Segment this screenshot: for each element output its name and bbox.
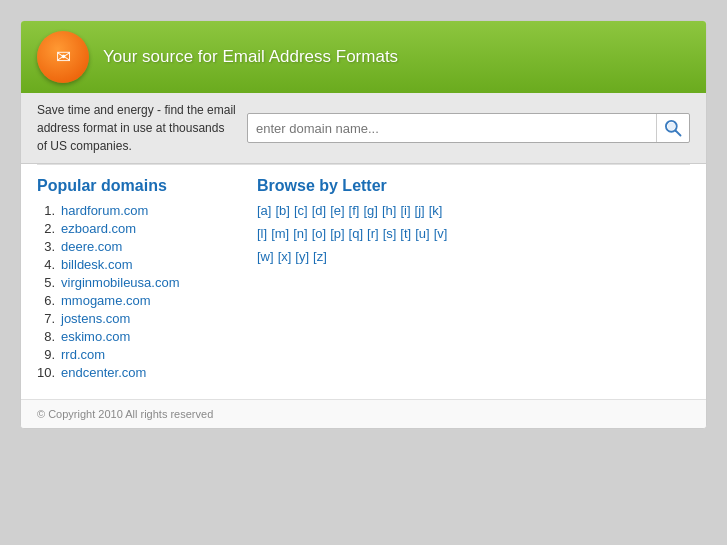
domain-link[interactable]: hardforum.com xyxy=(61,203,148,218)
domain-link[interactable]: endcenter.com xyxy=(61,365,146,380)
page-wrapper: ✉ Your source for Email Address Formats … xyxy=(20,20,707,429)
list-item: 9.rrd.com xyxy=(37,347,237,362)
letter-link[interactable]: [e] xyxy=(330,203,344,218)
search-button[interactable] xyxy=(656,114,689,142)
letter-link[interactable]: [i] xyxy=(400,203,410,218)
domain-link[interactable]: jostens.com xyxy=(61,311,130,326)
list-item: 6.mmogame.com xyxy=(37,293,237,308)
letter-grid: [a][b][c][d][e][f][g][h][i][j][k][l][m][… xyxy=(257,203,690,270)
logo-envelope-icon: ✉ xyxy=(56,48,71,66)
letter-link[interactable]: [l] xyxy=(257,226,267,241)
letter-link[interactable]: [y] xyxy=(295,249,309,264)
svg-point-2 xyxy=(668,123,676,130)
footer: © Copyright 2010 All rights reserved xyxy=(21,399,706,428)
letter-link[interactable]: [p] xyxy=(330,226,344,241)
domain-link[interactable]: billdesk.com xyxy=(61,257,133,272)
letter-link[interactable]: [x] xyxy=(278,249,292,264)
letter-link[interactable]: [r] xyxy=(367,226,379,241)
letter-row: [w][x][y][z] xyxy=(257,249,690,264)
letter-link[interactable]: [q] xyxy=(349,226,363,241)
logo-circle: ✉ xyxy=(37,31,89,83)
list-item: 1.hardforum.com xyxy=(37,203,237,218)
domain-rank: 8. xyxy=(37,329,55,344)
domain-link[interactable]: virginmobileusa.com xyxy=(61,275,180,290)
header: ✉ Your source for Email Address Formats xyxy=(21,21,706,93)
letter-link[interactable]: [b] xyxy=(275,203,289,218)
domain-list: 1.hardforum.com2.ezboard.com3.deere.com4… xyxy=(37,203,237,380)
domain-rank: 7. xyxy=(37,311,55,326)
letter-link[interactable]: [h] xyxy=(382,203,396,218)
letter-link[interactable]: [g] xyxy=(363,203,377,218)
letter-link[interactable]: [o] xyxy=(312,226,326,241)
letter-link[interactable]: [k] xyxy=(429,203,443,218)
domain-link[interactable]: ezboard.com xyxy=(61,221,136,236)
domain-link[interactable]: eskimo.com xyxy=(61,329,130,344)
copyright-text: © Copyright 2010 All rights reserved xyxy=(37,408,213,420)
domain-link[interactable]: deere.com xyxy=(61,239,122,254)
domain-rank: 1. xyxy=(37,203,55,218)
list-item: 8.eskimo.com xyxy=(37,329,237,344)
search-input-wrapper xyxy=(247,113,690,143)
letter-link[interactable]: [w] xyxy=(257,249,274,264)
list-item: 7.jostens.com xyxy=(37,311,237,326)
letter-link[interactable]: [z] xyxy=(313,249,327,264)
letter-link[interactable]: [d] xyxy=(312,203,326,218)
domain-rank: 6. xyxy=(37,293,55,308)
letter-row: [a][b][c][d][e][f][g][h][i][j][k] xyxy=(257,203,690,218)
domain-rank: 5. xyxy=(37,275,55,290)
letter-link[interactable]: [s] xyxy=(383,226,397,241)
letter-link[interactable]: [j] xyxy=(415,203,425,218)
domain-rank: 9. xyxy=(37,347,55,362)
letter-link[interactable]: [a] xyxy=(257,203,271,218)
browse-by-letter-title: Browse by Letter xyxy=(257,177,690,195)
letter-link[interactable]: [t] xyxy=(400,226,411,241)
letter-link[interactable]: [u] xyxy=(415,226,429,241)
svg-line-1 xyxy=(676,131,681,136)
letter-link[interactable]: [c] xyxy=(294,203,308,218)
letter-link[interactable]: [f] xyxy=(349,203,360,218)
domain-rank: 4. xyxy=(37,257,55,272)
letter-link[interactable]: [n] xyxy=(293,226,307,241)
search-input[interactable] xyxy=(248,116,656,141)
search-bar-area: Save time and energy - find the email ad… xyxy=(21,93,706,164)
list-item: 2.ezboard.com xyxy=(37,221,237,236)
domain-rank: 3. xyxy=(37,239,55,254)
search-description: Save time and energy - find the email ad… xyxy=(37,101,237,155)
list-item: 4.billdesk.com xyxy=(37,257,237,272)
main-content: Popular domains 1.hardforum.com2.ezboard… xyxy=(21,165,706,399)
domain-rank: 10. xyxy=(37,365,55,380)
letter-row: [l][m][n][o][p][q][r][s][t][u][v] xyxy=(257,226,690,241)
list-item: 10.endcenter.com xyxy=(37,365,237,380)
popular-domains-section: Popular domains 1.hardforum.com2.ezboard… xyxy=(37,177,237,383)
browse-by-letter-section: Browse by Letter [a][b][c][d][e][f][g][h… xyxy=(257,177,690,383)
letter-link[interactable]: [v] xyxy=(434,226,448,241)
domain-link[interactable]: mmogame.com xyxy=(61,293,151,308)
header-title: Your source for Email Address Formats xyxy=(103,47,398,67)
letter-link[interactable]: [m] xyxy=(271,226,289,241)
popular-domains-title: Popular domains xyxy=(37,177,237,195)
domain-rank: 2. xyxy=(37,221,55,236)
list-item: 5.virginmobileusa.com xyxy=(37,275,237,290)
search-icon xyxy=(663,118,683,138)
list-item: 3.deere.com xyxy=(37,239,237,254)
domain-link[interactable]: rrd.com xyxy=(61,347,105,362)
